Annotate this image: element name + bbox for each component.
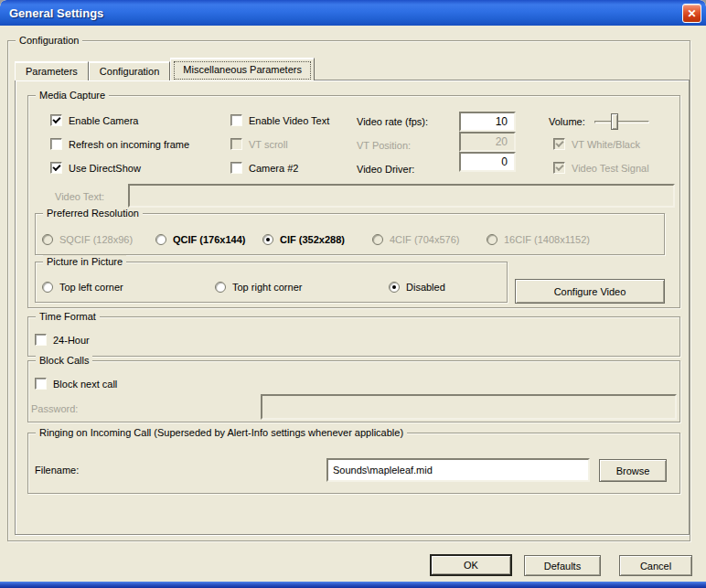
radio-circle (42, 234, 53, 245)
volume-slider-track (594, 121, 649, 123)
checkbox-label: VT scroll (249, 139, 288, 150)
checkbox-box (230, 162, 242, 174)
general-settings-dialog: General Settings ✕ Configuration Paramet… (0, 0, 706, 588)
window-bottom-border (0, 582, 706, 588)
video-text-input (128, 184, 675, 208)
radio-top-right-corner[interactable]: Top right corner (215, 280, 302, 294)
video-driver-input[interactable] (459, 152, 516, 172)
volume-slider-thumb[interactable] (611, 113, 618, 130)
video-driver-label: Video Driver: (357, 164, 414, 175)
radio-label: SQCIF (128x96) (59, 234, 133, 245)
checkbox-box (35, 378, 47, 390)
checkbox-enable-camera[interactable]: Enable Camera (50, 113, 138, 127)
ok-button[interactable]: OK (430, 554, 512, 576)
checkbox-camera-2[interactable]: Camera #2 (230, 161, 298, 175)
checkbox-label: Refresh on incoming frame (69, 139, 189, 150)
checkbox-label: VT White/Black (572, 139, 640, 150)
checkbox-refresh-on-incoming-frame[interactable]: Refresh on incoming frame (50, 137, 189, 151)
checkbox-block-next-call[interactable]: Block next call (35, 377, 117, 390)
cancel-button-label: Cancel (640, 561, 671, 572)
video-rate-label: Video rate (fps): (357, 116, 428, 127)
tab-configuration[interactable]: Configuration (89, 61, 170, 80)
tab-miscellaneous-parameters[interactable]: Miscellaneous Parameters (170, 58, 315, 80)
tab-configuration-label: Configuration (100, 66, 159, 77)
checkbox-label: Use DirectShow (69, 163, 141, 174)
checkbox-box (230, 114, 242, 126)
checkbox-use-directshow[interactable]: Use DirectShow (50, 161, 141, 175)
checkbox-box (553, 138, 565, 150)
defaults-button-label: Defaults (544, 561, 581, 572)
defaults-button[interactable]: Defaults (524, 555, 601, 576)
tab-miscellaneous-label: Miscellaneous Parameters (183, 64, 302, 75)
browse-button[interactable]: Browse (599, 459, 667, 482)
radio-cif[interactable]: CIF (352x288) (262, 232, 345, 246)
checkbox-box (50, 162, 62, 174)
close-icon[interactable]: ✕ (682, 4, 701, 23)
tab-parameters[interactable]: Parameters (15, 61, 89, 80)
radio-circle (215, 282, 226, 293)
block-calls-group-label: Block Calls (36, 354, 92, 368)
radio-top-left-corner[interactable]: Top left corner (42, 280, 123, 294)
radio-label: Disabled (406, 282, 445, 293)
filename-label: Filename: (35, 465, 79, 476)
checkbox-box (553, 162, 565, 174)
radio-label: 4CIF (704x576) (390, 234, 459, 245)
radio-label: Top right corner (232, 282, 302, 293)
time-format-groupbox: Time Format (27, 316, 680, 357)
radio-qcif[interactable]: QCIF (176x144) (155, 232, 245, 246)
radio-16cif: 16CIF (1408x1152) (487, 232, 590, 246)
checkbox-label: Block next call (53, 379, 117, 390)
radio-label: 16CIF (1408x1152) (504, 234, 590, 245)
ringing-group-label: Ringing on Incoming Call (Superseded by … (36, 426, 407, 440)
video-rate-input[interactable] (459, 112, 516, 132)
configure-video-button[interactable]: Configure Video (515, 279, 665, 304)
radio-label: CIF (352x288) (280, 234, 345, 245)
checkbox-video-test-signal: Video Test Signal (553, 161, 649, 175)
checkbox-enable-video-text[interactable]: Enable Video Text (230, 113, 329, 127)
configuration-group-label: Configuration (16, 34, 82, 48)
volume-label: Volume: (549, 116, 585, 127)
radio-sqcif: SQCIF (128x96) (42, 232, 133, 246)
media-capture-group-label: Media Capture (36, 89, 109, 102)
password-label: Password: (31, 403, 78, 414)
radio-label: Top left corner (59, 282, 123, 293)
checkbox-label: Enable Camera (69, 115, 138, 126)
picture-in-picture-group-label: Picture in Picture (43, 255, 126, 269)
time-format-group-label: Time Format (36, 310, 100, 324)
cancel-button[interactable]: Cancel (619, 555, 692, 576)
tab-parameters-label: Parameters (26, 66, 78, 77)
radio-circle (372, 234, 383, 245)
checkbox-label: Video Test Signal (572, 163, 649, 174)
checkbox-vt-white-black: VT White/Black (553, 137, 640, 151)
checkbox-box (230, 138, 242, 150)
window-title: General Settings (0, 6, 103, 20)
video-text-label: Video Text: (55, 191, 104, 202)
preferred-resolution-group-label: Preferred Resolution (43, 207, 143, 220)
ok-button-label: OK (464, 560, 478, 571)
checkbox-vt-scroll: VT scroll (230, 137, 288, 151)
radio-circle (262, 234, 273, 245)
filename-input[interactable] (326, 458, 590, 482)
checkbox-box (50, 114, 62, 126)
title-bar: General Settings (0, 0, 706, 26)
radio-circle (389, 282, 400, 293)
radio-label: QCIF (176x144) (173, 234, 245, 245)
checkbox-box (35, 334, 47, 346)
radio-pip-disabled[interactable]: Disabled (389, 280, 445, 294)
password-input (261, 394, 677, 420)
radio-circle (155, 234, 166, 245)
checkbox-box (50, 138, 62, 150)
checkbox-24-hour[interactable]: 24-Hour (35, 333, 90, 347)
checkbox-label: Camera #2 (249, 163, 298, 174)
radio-4cif: 4CIF (704x576) (372, 232, 459, 246)
vt-position-input (459, 132, 516, 152)
volume-slider[interactable] (594, 113, 651, 130)
configure-video-button-label: Configure Video (554, 286, 626, 297)
tab-strip: Parameters Configuration Miscellaneous P… (15, 58, 315, 80)
radio-circle (487, 234, 497, 245)
checkbox-label: 24-Hour (53, 335, 90, 346)
vt-position-label: VT Position: (357, 140, 411, 151)
checkbox-label: Enable Video Text (249, 115, 329, 126)
browse-button-label: Browse (616, 465, 650, 476)
radio-circle (42, 282, 53, 293)
